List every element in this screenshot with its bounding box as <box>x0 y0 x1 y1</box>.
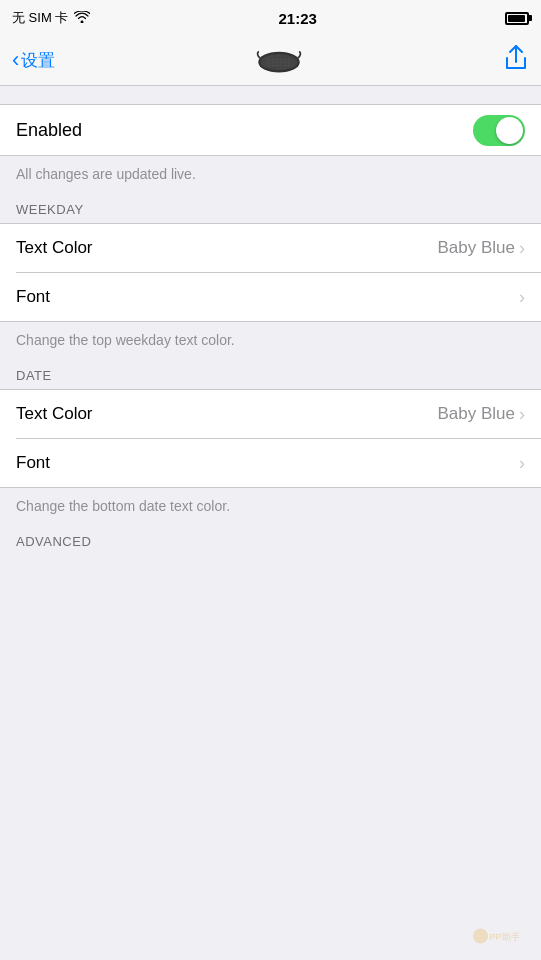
status-carrier: 无 SIM 卡 <box>12 9 90 27</box>
date-font-chevron: › <box>519 453 525 474</box>
status-bar: 无 SIM 卡 21:23 <box>0 0 541 36</box>
nav-title <box>256 46 302 76</box>
mask-icon <box>256 46 302 76</box>
weekday-font-label: Font <box>16 287 50 307</box>
weekday-font-row[interactable]: Font › <box>0 273 541 321</box>
date-text-color-value: Baby Blue <box>438 404 516 424</box>
battery-icon <box>505 12 529 25</box>
share-button[interactable] <box>503 44 529 78</box>
date-font-row[interactable]: Font › <box>0 439 541 487</box>
back-label: 设置 <box>21 49 55 72</box>
back-button[interactable]: ‹ 设置 <box>12 49 55 72</box>
enabled-info-text: All changes are updated live. <box>0 156 541 194</box>
wifi-icon <box>74 11 90 26</box>
advanced-section-header: ADVANCED <box>0 526 541 555</box>
enabled-toggle[interactable] <box>473 115 525 146</box>
watermark: PP助手 <box>473 924 533 952</box>
weekday-font-right: › <box>519 287 525 308</box>
weekday-info-text: Change the top weekday text color. <box>0 322 541 360</box>
enabled-label: Enabled <box>16 120 82 141</box>
date-text-color-right: Baby Blue › <box>438 404 526 425</box>
status-battery <box>505 12 529 25</box>
date-info-text: Change the bottom date text color. <box>0 488 541 526</box>
weekday-text-color-label: Text Color <box>16 238 93 258</box>
weekday-text-color-chevron: › <box>519 238 525 259</box>
back-chevron-icon: ‹ <box>12 49 19 71</box>
svg-text:PP助手: PP助手 <box>490 932 520 942</box>
weekday-font-chevron: › <box>519 287 525 308</box>
status-time: 21:23 <box>278 10 316 27</box>
weekday-section-header: WEEKDAY <box>0 194 541 223</box>
top-spacer <box>0 86 541 104</box>
weekday-text-color-right: Baby Blue › <box>438 238 526 259</box>
enabled-row: Enabled <box>0 105 541 155</box>
date-font-label: Font <box>16 453 50 473</box>
toggle-thumb <box>496 117 523 144</box>
enabled-section: Enabled <box>0 104 541 156</box>
date-font-right: › <box>519 453 525 474</box>
content: Enabled All changes are updated live. WE… <box>0 86 541 555</box>
date-card: Text Color Baby Blue › Font › <box>0 389 541 488</box>
weekday-text-color-row[interactable]: Text Color Baby Blue › <box>0 224 541 272</box>
date-text-color-row[interactable]: Text Color Baby Blue › <box>0 390 541 438</box>
weekday-text-color-value: Baby Blue <box>438 238 516 258</box>
carrier-text: 无 SIM 卡 <box>12 9 68 27</box>
weekday-card: Text Color Baby Blue › Font › <box>0 223 541 322</box>
nav-bar: ‹ 设置 <box>0 36 541 86</box>
date-text-color-chevron: › <box>519 404 525 425</box>
svg-point-1 <box>261 54 298 70</box>
svg-point-5 <box>473 929 488 944</box>
date-text-color-label: Text Color <box>16 404 93 424</box>
date-section-header: DATE <box>0 360 541 389</box>
